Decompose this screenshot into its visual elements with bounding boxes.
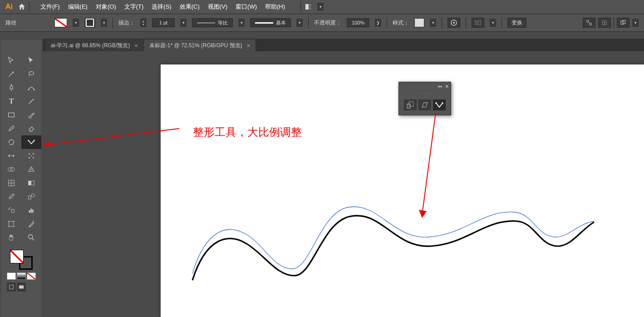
layout-grid-icon[interactable] bbox=[305, 2, 314, 11]
menu-file[interactable]: 文件(F) bbox=[40, 3, 60, 11]
stroke-swatch[interactable] bbox=[84, 18, 95, 27]
graphic-style-swatch[interactable] bbox=[414, 18, 424, 27]
brush-dropdown[interactable]: ▾ bbox=[296, 19, 303, 27]
menu-help[interactable]: 帮助(H) bbox=[265, 3, 285, 11]
svg-rect-6 bbox=[478, 20, 481, 25]
separator bbox=[442, 17, 442, 28]
pen-tool[interactable] bbox=[1, 81, 21, 94]
separator bbox=[501, 17, 502, 28]
shape-mode-icon[interactable] bbox=[617, 18, 629, 28]
document-tab-0[interactable]: ai-学习.ai @ 88.85% (RGB/预览) × bbox=[45, 40, 144, 51]
document-tab-1[interactable]: 未标题-1* @ 72.51% (RGB/GPU 预览) × bbox=[144, 40, 256, 51]
paintbrush-tool[interactable] bbox=[21, 108, 41, 122]
width-tool[interactable] bbox=[1, 149, 21, 163]
screen-mode-normal[interactable] bbox=[7, 282, 16, 292]
stroke-width-input[interactable] bbox=[152, 18, 175, 27]
slice-tool[interactable] bbox=[21, 217, 41, 231]
edit-similar-icon[interactable] bbox=[598, 18, 611, 28]
fill-swatch[interactable] bbox=[54, 18, 67, 27]
selection-tool[interactable] bbox=[1, 54, 21, 67]
style-label: 样式： bbox=[393, 19, 409, 27]
lasso-tool[interactable] bbox=[21, 67, 41, 81]
menu-type[interactable]: 文字(T) bbox=[124, 3, 144, 11]
stroke-width-stepper[interactable]: ▴▾ bbox=[140, 18, 147, 27]
document-tab-label: 未标题-1* @ 72.51% (RGB/GPU 预览) bbox=[149, 42, 242, 50]
zoom-tool[interactable] bbox=[21, 231, 41, 244]
recolor-icon[interactable] bbox=[447, 18, 460, 28]
rectangle-tool[interactable] bbox=[1, 108, 21, 122]
screen-mode-full[interactable] bbox=[17, 282, 26, 292]
rotate-tool[interactable] bbox=[1, 135, 21, 149]
opacity-dropdown[interactable]: ❯ bbox=[375, 19, 381, 27]
gradient-tool[interactable] bbox=[21, 176, 41, 190]
svg-point-13 bbox=[28, 89, 29, 90]
stroke-width-dropdown[interactable]: ▾ bbox=[180, 19, 187, 27]
svg-point-8 bbox=[604, 22, 605, 24]
stroke-profile[interactable]: 等比 bbox=[192, 18, 233, 27]
pencil-tool[interactable] bbox=[1, 122, 21, 135]
menu-object[interactable]: 对象(O) bbox=[96, 3, 116, 11]
shear-tool-icon[interactable] bbox=[418, 99, 431, 110]
stroke-dropdown[interactable]: ▾ bbox=[101, 19, 107, 27]
menu-edit[interactable]: 编辑(E) bbox=[68, 3, 88, 11]
opacity-label: 不透明度： bbox=[314, 19, 341, 27]
reshape-tool-icon[interactable] bbox=[433, 99, 446, 110]
stroke-profile-label: 等比 bbox=[218, 20, 228, 26]
hand-tool[interactable] bbox=[1, 231, 21, 244]
home-icon[interactable] bbox=[16, 1, 27, 12]
type-tool[interactable]: T bbox=[1, 94, 21, 108]
brush-definition[interactable]: 基本 bbox=[250, 18, 291, 27]
svg-point-30 bbox=[9, 209, 10, 210]
svg-rect-25 bbox=[29, 196, 31, 199]
color-mode-solid[interactable] bbox=[7, 272, 16, 280]
fill-color-box[interactable] bbox=[10, 250, 24, 263]
shape-builder-tool[interactable] bbox=[1, 163, 21, 176]
menu-effect[interactable]: 效果(C) bbox=[180, 3, 200, 11]
close-icon[interactable]: × bbox=[247, 42, 251, 49]
align-dropdown[interactable]: ▾ bbox=[490, 19, 496, 27]
svg-line-45 bbox=[422, 113, 436, 215]
opacity-input[interactable] bbox=[347, 18, 369, 27]
svg-point-26 bbox=[31, 194, 34, 197]
stroke-profile-dropdown[interactable]: ▾ bbox=[238, 19, 245, 27]
fill-stroke-swap[interactable] bbox=[10, 250, 33, 270]
svg-point-18 bbox=[34, 140, 35, 141]
menu-window[interactable]: 窗口(W) bbox=[236, 3, 257, 11]
magic-wand-tool[interactable] bbox=[1, 67, 21, 81]
menu-select[interactable]: 选择(S) bbox=[152, 3, 171, 11]
line-tool[interactable] bbox=[21, 94, 41, 108]
transform-button[interactable]: 变换 bbox=[507, 18, 526, 28]
artboard-tool[interactable] bbox=[1, 217, 21, 231]
floating-reshape-panel[interactable]: ◂◂ ✕ ⋯⋯⋯ bbox=[398, 82, 451, 115]
svg-rect-5 bbox=[475, 21, 477, 25]
curvature-tool[interactable] bbox=[21, 81, 41, 94]
style-dropdown[interactable]: ▾ bbox=[430, 19, 436, 27]
separator bbox=[29, 1, 29, 12]
svg-point-28 bbox=[9, 208, 10, 209]
symbol-sprayer-tool[interactable] bbox=[1, 203, 21, 217]
perspective-tool[interactable] bbox=[21, 163, 41, 176]
color-mode-gradient[interactable] bbox=[17, 272, 26, 280]
graph-tool[interactable] bbox=[21, 203, 41, 217]
annotation-arrow-left bbox=[36, 125, 182, 152]
document-tab-label: ai-学习.ai @ 88.85% (RGB/预览) bbox=[51, 42, 130, 50]
direct-selection-tool[interactable] bbox=[21, 54, 41, 67]
close-icon[interactable]: ✕ bbox=[445, 84, 449, 89]
layout-dropdown[interactable]: ▾ bbox=[317, 3, 324, 11]
color-mode-none[interactable] bbox=[27, 272, 36, 280]
svg-rect-16 bbox=[9, 113, 15, 117]
color-section bbox=[1, 248, 41, 293]
eyedropper-tool[interactable] bbox=[1, 190, 21, 203]
svg-point-41 bbox=[436, 103, 437, 104]
align-icon[interactable] bbox=[472, 18, 484, 28]
menu-view[interactable]: 视图(V) bbox=[208, 3, 227, 11]
svg-rect-32 bbox=[30, 208, 32, 213]
blend-tool[interactable] bbox=[21, 190, 41, 203]
shape-dropdown[interactable]: ▾ bbox=[632, 19, 639, 27]
close-icon[interactable]: × bbox=[134, 42, 138, 49]
isolate-icon[interactable] bbox=[583, 18, 595, 28]
fill-dropdown[interactable]: ▾ bbox=[73, 19, 79, 27]
collapse-icon[interactable]: ◂◂ bbox=[438, 84, 442, 89]
mesh-tool[interactable] bbox=[1, 176, 21, 190]
scale-tool-icon[interactable] bbox=[404, 99, 417, 110]
